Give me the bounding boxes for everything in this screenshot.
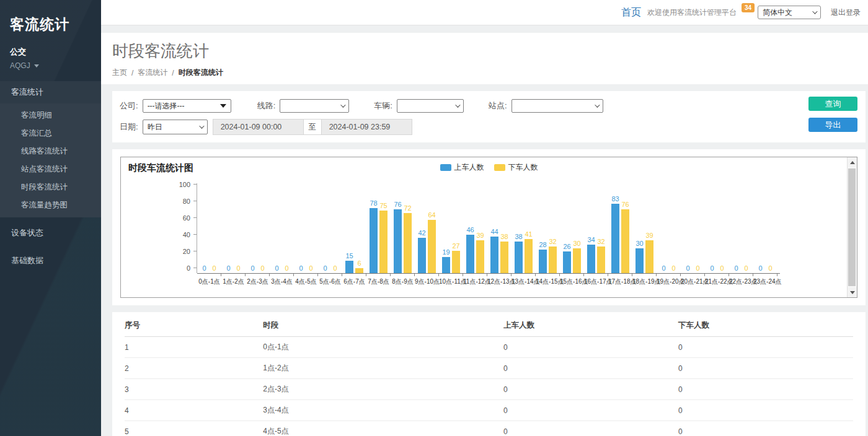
bar-group-4: 00 (294, 190, 318, 273)
bar[interactable] (490, 237, 498, 273)
y-tick-label: 100 (166, 181, 190, 188)
sidebar-subitem-0-1[interactable]: 客流汇总 (0, 124, 101, 142)
bar[interactable] (500, 242, 508, 273)
export-button[interactable]: 导出 (808, 118, 857, 132)
sidebar-subitem-0-5[interactable]: 客流量趋势图 (0, 196, 101, 214)
bar-value-label: 0 (250, 265, 254, 272)
bar-group-7: 7875 (366, 190, 391, 273)
bar[interactable] (587, 245, 595, 273)
breadcrumb-item-1[interactable]: 客流统计 (138, 68, 167, 78)
x-axis-label-18: 18点-19点 (632, 277, 657, 286)
bar[interactable] (418, 238, 426, 273)
date-from-input[interactable]: 2024-01-09 00:00 (213, 119, 304, 135)
legend-swatch-icon (440, 164, 451, 171)
bar-column: 46 (466, 227, 474, 273)
org-code-dropdown[interactable]: AQGJ (10, 61, 91, 70)
bar[interactable] (563, 251, 571, 273)
breadcrumb-item-0[interactable]: 主页 (112, 68, 127, 78)
chart-scrollbar[interactable] (847, 157, 857, 297)
sidebar-section-2[interactable]: 基础数据 (0, 248, 101, 273)
bar[interactable] (404, 213, 412, 273)
sidebar-subitem-0-0[interactable]: 客流明细 (0, 107, 101, 124)
sidebar-section-1[interactable]: 设备状态 (0, 220, 101, 245)
page-header: 时段客流统计 主页/客流统计/时段客流统计 (101, 33, 868, 84)
line-label: 线路: (257, 100, 276, 111)
scrollbar-down-button[interactable] (848, 287, 857, 297)
date-to-input[interactable]: 2024-01-09 23:59 (321, 119, 412, 135)
bar-value-label: 0 (734, 265, 738, 272)
scrollbar-thumb[interactable] (848, 168, 856, 286)
bar-group-22: 00 (729, 190, 753, 273)
line-select[interactable] (280, 99, 349, 113)
bar-column: 76 (621, 201, 629, 273)
bar[interactable] (394, 209, 402, 273)
station-select[interactable] (512, 99, 603, 113)
bar-column: 83 (611, 196, 619, 273)
table-cell-3-0: 4 (125, 400, 263, 421)
sidebar-subitem-0-2[interactable]: 线路客流统计 (0, 142, 101, 160)
bar-value-label: 0 (323, 265, 327, 272)
bar[interactable] (549, 246, 557, 273)
bar[interactable] (515, 242, 523, 273)
bar-group-10: 1927 (439, 190, 463, 273)
bar-value-label: 0 (275, 265, 278, 272)
company-select[interactable]: ---请选择--- (143, 99, 231, 113)
bar[interactable] (573, 248, 581, 274)
bar-column: 0 (670, 265, 678, 273)
logout-link[interactable]: 退出登录 (831, 7, 861, 18)
bar[interactable] (355, 268, 363, 273)
date-preset-value: 昨日 (148, 122, 162, 133)
scrollbar-up-button[interactable] (848, 157, 857, 167)
bar-column: 0 (331, 265, 339, 273)
bar-group-16: 3432 (584, 190, 608, 273)
legend-item-1[interactable]: 下车人数 (494, 162, 538, 173)
bar-value-label: 76 (394, 201, 401, 208)
legend-item-0[interactable]: 上车人数 (440, 162, 484, 173)
query-button[interactable]: 查询 (808, 97, 857, 111)
chevron-down-icon (340, 102, 345, 107)
topbar: 首页 欢迎使用客流统计管理平台 34 简体中文 退出登录 (101, 0, 868, 25)
bar[interactable] (345, 261, 353, 273)
bar-column: 78 (370, 200, 378, 273)
bar[interactable] (597, 246, 605, 273)
table-cell-2-1: 2点-3点 (263, 379, 503, 400)
bar-group-6: 156 (342, 190, 366, 273)
bar-value-label: 34 (587, 237, 595, 243)
x-axis-label-1: 1点-2点 (221, 277, 246, 286)
bar[interactable] (476, 240, 484, 273)
bar[interactable] (645, 240, 653, 273)
vehicle-label: 车辆: (374, 100, 392, 111)
table-header-3: 下车人数 (678, 313, 853, 337)
bar[interactable] (466, 235, 474, 273)
bar-value-label: 41 (525, 231, 532, 238)
bar[interactable] (452, 251, 460, 273)
notification-badge[interactable]: 34 (742, 3, 755, 12)
data-table-card: 序号时段上车人数下车人数 10点-1点0021点-2点0032点-3点0043点… (112, 312, 866, 436)
sidebar-subitem-0-4[interactable]: 时段客流统计 (0, 178, 101, 196)
bar[interactable] (370, 208, 378, 273)
bar[interactable] (621, 209, 629, 273)
bar-value-label: 19 (442, 249, 450, 256)
filter-row-2: 日期: 昨日 2024-01-09 00:00 至 2024-01-09 23:… (120, 119, 858, 135)
bar[interactable] (539, 250, 547, 273)
language-select[interactable]: 简体中文 (758, 6, 821, 19)
legend-label-1: 下车人数 (508, 162, 538, 173)
bar[interactable] (442, 257, 450, 273)
bar[interactable] (428, 220, 436, 273)
sidebar-section-0[interactable]: 客流统计 (0, 81, 101, 103)
date-preset-select[interactable]: 昨日 (143, 120, 208, 134)
bar-value-label: 0 (671, 265, 675, 272)
bar-group-5: 00 (318, 190, 342, 273)
bar[interactable] (636, 248, 644, 274)
home-link[interactable]: 首页 (621, 6, 641, 19)
bar-value-label: 0 (299, 265, 303, 272)
vehicle-select[interactable] (397, 99, 464, 113)
bar[interactable] (525, 239, 533, 273)
bar[interactable] (611, 204, 619, 273)
bar[interactable] (379, 211, 388, 273)
x-axis-label-10: 10点-11点 (439, 277, 463, 286)
date-label: 日期: (120, 121, 138, 133)
chart-plot-area: 020406080100 000000000000156787576724264… (121, 190, 857, 289)
page-title: 时段客流统计 (112, 40, 868, 62)
sidebar-subitem-0-3[interactable]: 站点客流统计 (0, 160, 101, 178)
